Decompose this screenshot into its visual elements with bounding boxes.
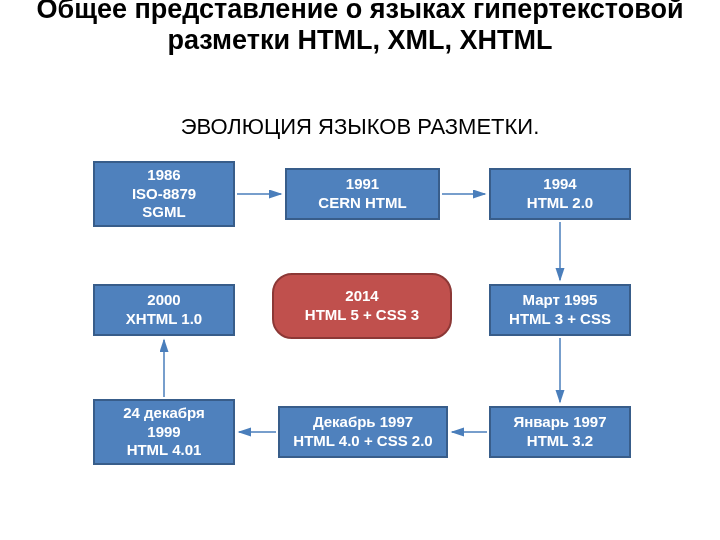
- node-line: 1999: [147, 423, 180, 442]
- node-line: 1994: [543, 175, 576, 194]
- node-line: 2000: [147, 291, 180, 310]
- node-html20: 1994 HTML 2.0: [489, 168, 631, 220]
- node-line: HTML 5 + CSS 3: [305, 306, 419, 325]
- node-line: Январь 1997: [513, 413, 606, 432]
- node-line: Декабрь 1997: [313, 413, 413, 432]
- node-line: HTML 2.0: [527, 194, 593, 213]
- node-line: 24 декабря: [123, 404, 205, 423]
- node-line: HTML 3.2: [527, 432, 593, 451]
- slide: Общее представление о языках гипертексто…: [0, 0, 720, 540]
- node-html5: 2014 HTML 5 + CSS 3: [272, 273, 452, 339]
- slide-title: Общее представление о языках гипертексто…: [0, 0, 720, 56]
- node-xhtml10: 2000 XHTML 1.0: [93, 284, 235, 336]
- node-sgml: 1986 ISO-8879 SGML: [93, 161, 235, 227]
- node-line: HTML 4.0 + CSS 2.0: [293, 432, 432, 451]
- node-html401: 24 декабря 1999 HTML 4.01: [93, 399, 235, 465]
- node-line: HTML 4.01: [127, 441, 202, 460]
- node-html40: Декабрь 1997 HTML 4.0 + CSS 2.0: [278, 406, 448, 458]
- node-line: XHTML 1.0: [126, 310, 202, 329]
- node-line: CERN HTML: [318, 194, 406, 213]
- node-line: Март 1995: [523, 291, 598, 310]
- node-line: SGML: [142, 203, 185, 222]
- node-line: HTML 3 + CSS: [509, 310, 611, 329]
- node-cern-html: 1991 CERN HTML: [285, 168, 440, 220]
- node-line: 1986: [147, 166, 180, 185]
- node-html3css: Март 1995 HTML 3 + CSS: [489, 284, 631, 336]
- node-html32: Январь 1997 HTML 3.2: [489, 406, 631, 458]
- node-line: 1991: [346, 175, 379, 194]
- node-line: ISO-8879: [132, 185, 196, 204]
- node-line: 2014: [345, 287, 378, 306]
- slide-subtitle: ЭВОЛЮЦИЯ ЯЗЫКОВ РАЗМЕТКИ.: [0, 114, 720, 140]
